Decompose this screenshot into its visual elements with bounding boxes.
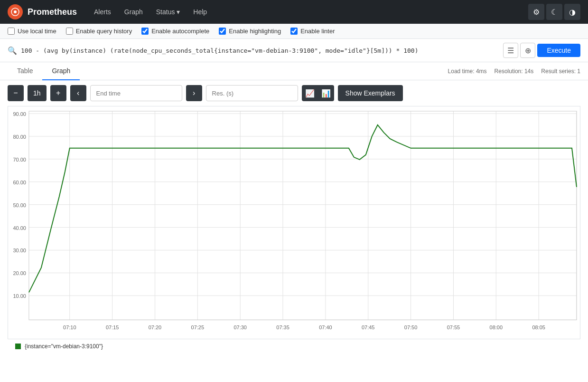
option-use-local-time[interactable]: Use local time: [8, 28, 56, 35]
checkbox-autocomplete[interactable]: [141, 28, 149, 35]
svg-text:60.00: 60.00: [13, 180, 26, 185]
time-range-label: 1h: [28, 85, 47, 101]
chart-wrap: 90.00 80.00 70.00 60.00 50.00 40.00 30.0…: [8, 106, 580, 339]
result-series: Result series: 1: [541, 68, 580, 75]
option-linter[interactable]: Enable linter: [290, 28, 335, 35]
zoom-out-btn[interactable]: −: [8, 85, 24, 101]
nav-alerts[interactable]: Alerts: [88, 4, 117, 19]
tabs-meta-row: Table Graph Load time: 4ms Resolution: 1…: [0, 62, 588, 80]
svg-text:07:55: 07:55: [447, 325, 460, 330]
next-time-btn[interactable]: ›: [186, 85, 202, 101]
theme-dark-btn[interactable]: ☾: [546, 4, 562, 20]
svg-text:20.00: 20.00: [13, 270, 26, 276]
nav-status[interactable]: Status ▾: [150, 4, 186, 19]
meta-info: Load time: 4ms Resolution: 14s Result se…: [448, 68, 580, 75]
tab-graph[interactable]: Graph: [42, 62, 80, 80]
svg-text:07:30: 07:30: [233, 325, 246, 330]
svg-text:07:35: 07:35: [276, 325, 289, 330]
view-toggle: 📈 📊: [302, 85, 334, 101]
svg-rect-2: [8, 106, 580, 339]
main-nav: Alerts Graph Status ▾ Help: [88, 4, 528, 19]
share-btn[interactable]: ⊕: [520, 43, 535, 58]
legend-color: [15, 344, 21, 349]
option-highlighting[interactable]: Enable highlighting: [219, 28, 281, 35]
nav-help[interactable]: Help: [187, 4, 213, 19]
legend-row: {instance="vm-debian-3:9100"}: [8, 339, 580, 353]
query-input[interactable]: [21, 47, 499, 54]
prev-time-btn[interactable]: ‹: [70, 85, 86, 101]
search-bar: 🔍 ☰ ⊕ Execute: [0, 39, 588, 62]
resolution-input[interactable]: [206, 85, 298, 101]
load-time: Load time: 4ms: [448, 68, 487, 75]
svg-text:08:00: 08:00: [490, 325, 503, 330]
checkbox-linter[interactable]: [290, 28, 298, 35]
svg-text:07:15: 07:15: [106, 325, 119, 330]
search-bar-actions: ☰ ⊕ Execute: [503, 43, 580, 58]
theme-light-btn[interactable]: ⚙: [528, 4, 544, 20]
end-time-input[interactable]: [90, 85, 182, 101]
zoom-in-btn[interactable]: +: [50, 85, 66, 101]
svg-text:07:25: 07:25: [191, 325, 204, 330]
checkbox-use-local-time[interactable]: [8, 28, 15, 35]
svg-text:07:20: 07:20: [149, 325, 161, 330]
svg-text:70.00: 70.00: [13, 157, 26, 162]
brand-logo: [8, 4, 23, 19]
svg-text:07:45: 07:45: [362, 325, 374, 330]
graph-controls: − 1h + ‹ › 📈 📊 Show Exemplars: [0, 80, 588, 106]
svg-point-1: [14, 10, 17, 13]
svg-text:30.00: 30.00: [13, 248, 26, 253]
chart-svg: 90.00 80.00 70.00 60.00 50.00 40.00 30.0…: [8, 106, 580, 339]
navbar-icon-group: ⚙ ☾ ◑: [528, 4, 580, 20]
nav-graph[interactable]: Graph: [119, 4, 149, 19]
svg-text:90.00: 90.00: [13, 111, 26, 117]
navbar: Prometheus Alerts Graph Status ▾ Help ⚙ …: [0, 0, 588, 24]
tab-table[interactable]: Table: [8, 62, 42, 80]
resolution: Resolution: 14s: [495, 68, 534, 75]
brand-link[interactable]: Prometheus: [8, 4, 77, 19]
svg-text:07:10: 07:10: [63, 325, 76, 330]
bar-chart-btn[interactable]: 📊: [318, 85, 334, 101]
show-exemplars-btn[interactable]: Show Exemplars: [338, 85, 403, 101]
svg-text:08:05: 08:05: [532, 325, 545, 330]
checkbox-query-history[interactable]: [66, 28, 73, 35]
tabs: Table Graph: [8, 62, 80, 80]
options-bar: Use local time Enable query history Enab…: [0, 24, 588, 39]
brand-name: Prometheus: [28, 7, 77, 17]
svg-text:07:40: 07:40: [319, 325, 332, 330]
svg-text:50.00: 50.00: [13, 202, 26, 208]
format-btn[interactable]: ☰: [503, 43, 518, 58]
search-icon: 🔍: [8, 46, 17, 55]
theme-contrast-btn[interactable]: ◑: [564, 4, 580, 20]
chart-container: 90.00 80.00 70.00 60.00 50.00 40.00 30.0…: [0, 106, 588, 361]
line-chart-btn[interactable]: 📈: [302, 85, 318, 101]
execute-button[interactable]: Execute: [537, 44, 580, 57]
option-query-history[interactable]: Enable query history: [66, 28, 132, 35]
checkbox-highlighting[interactable]: [219, 28, 226, 35]
option-autocomplete[interactable]: Enable autocomplete: [141, 28, 209, 35]
svg-text:40.00: 40.00: [13, 225, 26, 231]
svg-text:80.00: 80.00: [13, 134, 26, 140]
svg-text:10.00: 10.00: [13, 293, 26, 299]
svg-text:07:50: 07:50: [404, 325, 417, 330]
legend-label: {instance="vm-debian-3:9100"}: [25, 343, 103, 350]
